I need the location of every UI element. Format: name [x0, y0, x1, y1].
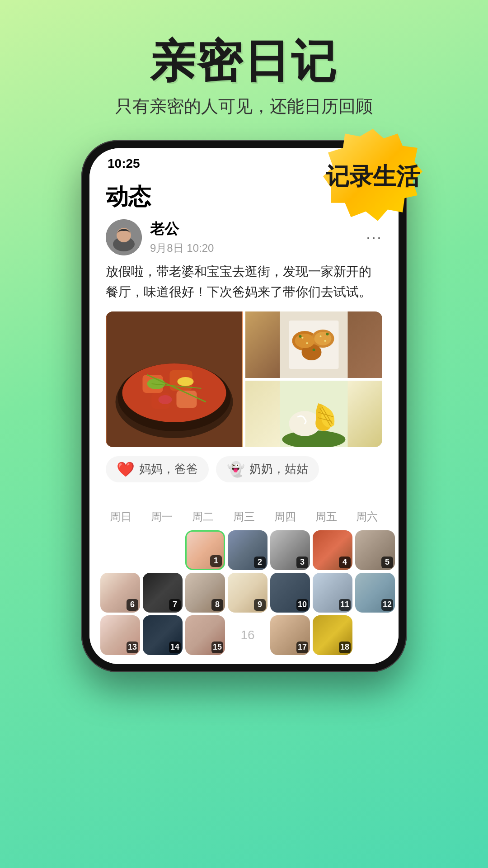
- more-options-button[interactable]: ···: [366, 228, 382, 247]
- cal-date-12: 12: [381, 599, 393, 611]
- calendar-grid: 1 2 3 4 5 6: [100, 530, 388, 655]
- cal-date-10: 10: [296, 599, 308, 611]
- cal-date-17: 17: [296, 642, 308, 653]
- reaction-users-2: 奶奶，姑姑: [249, 461, 308, 477]
- food-illustration-main: [106, 311, 243, 447]
- cal-date-18: 18: [339, 642, 351, 653]
- svg-point-41: [320, 335, 322, 337]
- reaction-emoji-1: ❤️: [117, 461, 135, 478]
- cal-empty-1: [100, 530, 140, 570]
- cal-cell-3[interactable]: 3: [270, 530, 310, 570]
- cal-date-2: 2: [254, 557, 266, 568]
- svg-point-37: [295, 334, 315, 348]
- post-time: 9月8日 10:20: [150, 241, 214, 255]
- cal-date-14: 14: [169, 642, 181, 653]
- cal-cell-4[interactable]: 4: [313, 530, 352, 570]
- svg-point-28: [178, 377, 194, 386]
- phone-wrapper: 记录生活 10:25: [81, 140, 407, 672]
- cal-header-wed: 周三: [224, 509, 264, 524]
- post-content: 放假啦，带老婆和宝宝去逛街，发现一家新开的餐厅，味道很好！下次爸妈来了带你们去试…: [106, 262, 382, 302]
- cal-cell-6[interactable]: 6: [100, 573, 140, 613]
- svg-point-44: [326, 333, 329, 335]
- reaction-emoji-2: 👻: [227, 461, 245, 478]
- avatar: [106, 219, 142, 255]
- app-title: 动态: [106, 182, 151, 212]
- calendar-header: 周日 周一 周二 周三 周四 周五 周六: [100, 509, 388, 524]
- cal-header-thu: 周四: [265, 509, 305, 524]
- post-card: 老公 9月8日 10:20 ··· 放假啦，带老婆和宝宝去逛街，发现一家新开的餐…: [89, 219, 399, 491]
- cal-header-tue: 周二: [183, 509, 223, 524]
- cal-cell-13[interactable]: 13: [100, 615, 140, 655]
- reaction-pill-2[interactable]: 👻 奶奶，姑姑: [216, 456, 319, 482]
- food-illustration-mango: [245, 381, 382, 447]
- svg-point-45: [313, 349, 315, 351]
- cal-cell-5[interactable]: 5: [355, 530, 395, 570]
- svg-point-29: [159, 395, 172, 404]
- cal-cell-9[interactable]: 9: [228, 573, 267, 613]
- cal-cell-12[interactable]: 12: [355, 573, 395, 613]
- cal-cell-15[interactable]: 15: [185, 615, 225, 655]
- main-title: 亲密日记: [0, 36, 488, 86]
- cal-date-5: 5: [381, 557, 393, 568]
- food-image-top-right: [245, 311, 382, 378]
- reaction-row: ❤️ 妈妈，爸爸 👻 奶奶，姑姑: [106, 456, 382, 482]
- food-images-grid: [106, 311, 382, 447]
- cal-cell-11[interactable]: 11: [313, 573, 352, 613]
- cal-date-6: 6: [127, 599, 138, 611]
- user-name: 老公: [150, 219, 214, 239]
- food-image-bottom-right: [245, 381, 382, 447]
- svg-point-43: [299, 335, 302, 338]
- cal-date-4: 4: [339, 557, 351, 568]
- sub-title: 只有亲密的人可见，还能日历回顾: [0, 95, 488, 118]
- cal-header-sun: 周日: [101, 509, 141, 524]
- cal-cell-17[interactable]: 17: [270, 615, 310, 655]
- cal-cell-14[interactable]: 14: [143, 615, 183, 655]
- cal-date-8: 8: [211, 599, 223, 611]
- svg-point-42: [324, 340, 326, 342]
- cal-cell-1[interactable]: 1: [185, 530, 225, 570]
- cal-date-15: 15: [211, 642, 223, 653]
- calendar-section: 周日 周一 周二 周三 周四 周五 周六 1 2: [89, 496, 399, 664]
- svg-point-40: [306, 342, 308, 344]
- cal-date-3: 3: [296, 557, 308, 568]
- food-illustration-fried: [245, 311, 382, 378]
- status-time: 10:25: [108, 156, 140, 171]
- gold-badge: 记录生活: [321, 127, 425, 226]
- cal-header-fri: 周五: [306, 509, 346, 524]
- cal-date-16-text: 16: [228, 615, 267, 655]
- cal-date-13: 13: [127, 642, 138, 653]
- cal-cell-2[interactable]: 2: [228, 530, 267, 570]
- reaction-pill-1[interactable]: ❤️ 妈妈，爸爸: [106, 456, 209, 482]
- food-image-main: [106, 311, 243, 447]
- avatar-image: [106, 219, 142, 255]
- user-name-col: 老公 9月8日 10:20: [150, 219, 214, 255]
- cal-header-mon: 周一: [142, 509, 182, 524]
- cal-cell-16[interactable]: 16: [228, 615, 267, 655]
- gold-badge-text: 记录生活: [326, 162, 420, 190]
- cal-date-1: 1: [210, 555, 222, 567]
- cal-cell-8[interactable]: 8: [185, 573, 225, 613]
- cal-cell-10[interactable]: 10: [270, 573, 310, 613]
- cal-cell-18[interactable]: 18: [313, 615, 352, 655]
- cal-header-sat: 周六: [347, 509, 387, 524]
- cal-date-7: 7: [169, 599, 181, 611]
- cal-empty-2: [143, 530, 183, 570]
- cal-date-9: 9: [254, 599, 266, 611]
- header-section: 亲密日记 只有亲密的人可见，还能日历回顾: [0, 0, 488, 132]
- cal-cell-7[interactable]: 7: [143, 573, 183, 613]
- svg-point-38: [314, 332, 332, 345]
- reaction-users-1: 妈妈，爸爸: [139, 461, 198, 477]
- cal-date-11: 11: [339, 599, 351, 611]
- svg-point-39: [302, 337, 304, 339]
- post-user-info: 老公 9月8日 10:20: [106, 219, 214, 255]
